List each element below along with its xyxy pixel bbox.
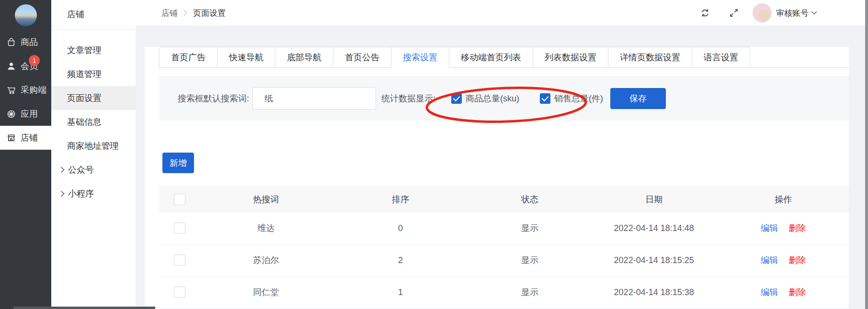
menu-item-页面设置[interactable]: 页面设置 (51, 86, 136, 110)
row-checkbox[interactable] (174, 254, 185, 266)
select-all-checkbox[interactable] (174, 194, 185, 205)
user-icon (6, 61, 16, 71)
secondary-sidebar: 店铺 文章管理 频道管理 页面设置 基础信息 商家地址管理 公众号 小程序 (51, 0, 136, 309)
row-checkbox-cell (159, 287, 200, 298)
breadcrumb-item-shop[interactable]: 店铺 (161, 8, 178, 19)
hot-words-table: 热搜词排序状态日期操作 维达 0 显示 2022-04-14 18:14:48 … (159, 186, 849, 309)
menu-item-公众号[interactable]: 公众号 (51, 158, 136, 182)
save-button[interactable]: 保存 (610, 88, 666, 109)
shop-icon (6, 132, 16, 143)
menu-item-商家地址管理[interactable]: 商家地址管理 (51, 134, 136, 158)
tab-移动端首页列表[interactable]: 移动端首页列表 (449, 47, 533, 68)
stats-checkbox-item[interactable]: 销售总量(件) (540, 93, 603, 104)
secondary-sidebar-menu: 文章管理 频道管理 页面设置 基础信息 商家地址管理 公众号 小程序 (51, 30, 136, 206)
sidebar-item-店铺[interactable]: 店铺 (0, 126, 51, 150)
user-menu[interactable]: 审核账号 (776, 8, 817, 19)
stats-display-label: 统计数据显示: (381, 93, 435, 104)
page-background: 首页广告快速导航底部导航首页公告搜索设置移动端首页列表列表数据设置详情页数据设置… (136, 26, 868, 309)
sidebar-item-商品[interactable]: 商品 (0, 30, 51, 54)
tab-底部导航[interactable]: 底部导航 (275, 47, 333, 68)
menu-item-文章管理[interactable]: 文章管理 (51, 38, 136, 62)
sidebar-item-采购端[interactable]: 采购端 (0, 78, 51, 102)
delete-link[interactable]: 删除 (788, 222, 806, 234)
table-body: 维达 0 显示 2022-04-14 18:14:48 编辑 删除 苏泊尔 2 … (159, 212, 849, 309)
search-settings-panel: 搜索框默认搜索词: 统计数据显示: 商品总量(sku) 销售总量(件) 保存 (159, 76, 849, 121)
table-header-row: 热搜词排序状态日期操作 (159, 186, 849, 212)
select-all-cell (159, 194, 200, 205)
tab-搜索设置[interactable]: 搜索设置 (391, 47, 449, 68)
stats-checkbox-item[interactable]: 商品总量(sku) (451, 93, 519, 104)
refresh-icon[interactable] (700, 8, 710, 18)
stats-checkbox-group: 商品总量(sku) 销售总量(件) (435, 93, 603, 104)
edit-link[interactable]: 编辑 (761, 254, 778, 266)
table-row: 维达 0 显示 2022-04-14 18:14:48 编辑 删除 (159, 212, 849, 244)
admin-app: 商品 会员 1 采购端 应用 店铺 店铺 文章管理 频道管理 页面设置 基础信息… (0, 0, 868, 309)
row-checkbox[interactable] (174, 287, 185, 298)
vertical-scrollbar[interactable] (865, 0, 868, 309)
fullscreen-icon[interactable] (729, 8, 739, 18)
row-actions-cell: 编辑 删除 (718, 254, 849, 266)
notification-badge: 1 (29, 55, 40, 66)
table-header-热搜词: 热搜词 (200, 194, 331, 205)
default-search-word-input[interactable] (252, 87, 376, 110)
primary-sidebar-menu: 商品 会员 1 采购端 应用 店铺 (0, 30, 51, 150)
checkbox-checked-icon[interactable] (540, 93, 550, 104)
user-name-label: 审核账号 (776, 8, 809, 19)
chevron-right-icon (60, 190, 65, 197)
breadcrumb-item-page-settings: 页面设置 (193, 8, 226, 19)
checkbox-checked-icon[interactable] (451, 93, 462, 104)
delete-link[interactable]: 删除 (788, 254, 806, 266)
table-header-排序: 排序 (331, 194, 469, 205)
workspace-avatar[interactable] (15, 4, 37, 26)
tab-快速导航[interactable]: 快速导航 (217, 47, 275, 68)
breadcrumb-separator-icon (183, 10, 187, 16)
delete-link[interactable]: 删除 (788, 287, 806, 298)
horizontal-scrollbar-thumb[interactable] (13, 307, 155, 309)
tab-首页公告[interactable]: 首页公告 (333, 47, 391, 68)
chevron-right-icon (60, 166, 65, 173)
sidebar-item-会员[interactable]: 会员 1 (0, 54, 51, 78)
row-actions-cell: 编辑 删除 (718, 287, 849, 298)
sidebar-item-应用[interactable]: 应用 (0, 102, 51, 126)
table-row: 苏泊尔 2 显示 2022-04-14 18:15:25 编辑 删除 (159, 244, 849, 276)
row-checkbox[interactable] (174, 222, 185, 234)
cart-icon (6, 85, 16, 95)
default-search-word-label: 搜索框默认搜索词: (178, 93, 249, 104)
table-header-状态: 状态 (469, 194, 590, 205)
table-header-日期: 日期 (590, 194, 718, 205)
tab-语言设置[interactable]: 语言设置 (692, 47, 750, 68)
row-checkbox-cell (159, 254, 200, 266)
bag-icon (6, 37, 16, 47)
tab-详情页数据设置[interactable]: 详情页数据设置 (608, 47, 692, 68)
topbar: 店铺 页面设置 审核账号 (136, 0, 868, 26)
row-checkbox-cell (159, 222, 200, 234)
tab-列表数据设置[interactable]: 列表数据设置 (533, 47, 608, 68)
menu-item-基础信息[interactable]: 基础信息 (51, 110, 136, 134)
row-actions-cell: 编辑 删除 (718, 222, 849, 234)
chevron-down-icon (811, 11, 817, 15)
tab-首页广告[interactable]: 首页广告 (159, 47, 217, 68)
table-row: 同仁堂 1 显示 2022-04-14 18:15:38 编辑 删除 (159, 276, 849, 309)
main-area: 店铺 页面设置 审核账号 (136, 0, 868, 309)
sidebar-section-title: 店铺 (51, 0, 136, 30)
user-avatar[interactable] (753, 3, 772, 22)
primary-sidebar: 商品 会员 1 采购端 应用 店铺 (0, 0, 51, 309)
table-header-操作: 操作 (718, 194, 849, 205)
menu-item-频道管理[interactable]: 频道管理 (51, 62, 136, 86)
tabs-bar: 首页广告快速导航底部导航首页公告搜索设置移动端首页列表列表数据设置详情页数据设置… (159, 47, 849, 68)
wheel-icon (6, 109, 16, 119)
edit-link[interactable]: 编辑 (761, 287, 778, 298)
edit-link[interactable]: 编辑 (761, 222, 778, 234)
add-button[interactable]: 新增 (162, 153, 194, 173)
menu-item-小程序[interactable]: 小程序 (51, 182, 136, 206)
content-card: 首页广告快速导航底部导航首页公告搜索设置移动端首页列表列表数据设置详情页数据设置… (145, 47, 849, 309)
